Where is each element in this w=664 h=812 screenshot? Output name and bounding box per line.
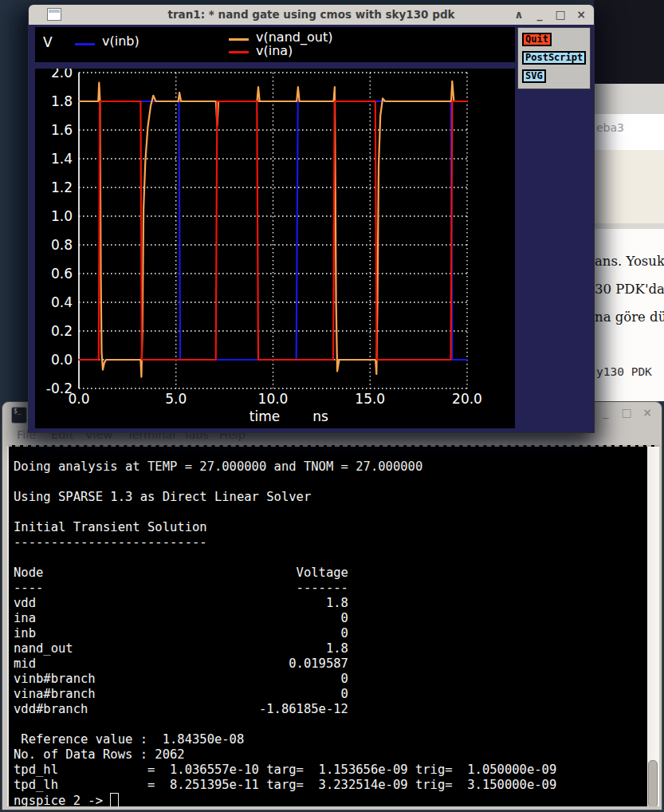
waveform-svg: 2.01.81.61.41.21.00.80.60.40.20.0-0.20.0… [35,69,515,428]
terminal-line: ina 0 [14,611,645,626]
svg-text:2.0: 2.0 [51,69,73,81]
close-icon[interactable]: × [575,8,587,21]
terminal-line: nand_out 1.8 [14,641,645,656]
svg-text:1.0: 1.0 [51,208,73,224]
terminal-line: Using SPARSE 1.3 as Direct Linear Solver [14,490,645,505]
svg-text:10.0: 10.0 [258,391,289,407]
legend-label-vina: v(ina) [256,43,293,58]
terminal-line: tpd_lh = 8.251395e-11 targ= 3.232514e-09… [14,778,645,793]
terminal-line: vdd#branch -1.86185e-12 [14,702,645,717]
browser-divider [594,223,664,229]
svg-text:5.0: 5.0 [165,391,187,407]
plot-button-panel: Quit PostScript SVG [517,27,591,89]
terminal-line: tpd_hl = 1.036557e-10 targ= 1.153656e-09… [14,763,645,778]
browser-text-line: na göre düze [595,309,664,325]
terminal-line: Reference value : 1.84350e-08 [14,732,645,747]
terminal-line: vina#branch 0 [14,687,645,702]
svg-text:1.6: 1.6 [51,122,73,138]
minimize-icon[interactable]: _ [599,406,612,419]
shade-icon[interactable]: ∧ [513,8,525,21]
legend-swatch-nandout [229,38,249,41]
svg-text:0.2: 0.2 [51,323,73,339]
y-axis-unit-label: V [43,34,53,50]
browser-tab-label: eba3 [596,121,624,134]
plot-titlebar[interactable]: tran1: * nand gate using cmos with sky13… [29,5,594,25]
plot-legend: V v(inb) v(nand_out) v(ina) [35,27,515,62]
maximize-icon[interactable]: □ [620,406,633,419]
browser-banner [594,150,664,223]
minimize-icon[interactable]: _ [533,8,546,21]
terminal-line: -------------------------- [14,535,645,550]
terminal-line: No. of Data Rows : 2062 [14,747,645,763]
svg-text:1.2: 1.2 [51,179,73,195]
terminal-line: vdd 1.8 [14,596,645,611]
terminal-window: $_ ∧ _ □ × File Edit View Terminal Tabs … [2,401,662,810]
browser-code-fragment: y130 PDK [596,365,652,378]
legend-swatch-vina [229,51,249,53]
svg-text:1.8: 1.8 [51,93,73,109]
terminal-line [14,505,645,520]
svg-text:0.8: 0.8 [51,237,73,253]
svg-text:time: time [249,408,280,424]
legend-label-vinb: v(inb) [102,34,139,49]
terminal-line: ---- ------- [14,581,645,596]
svg-text:0.4: 0.4 [51,294,73,310]
browser-toolbar [594,84,664,115]
terminal-line: Initial Transient Solution [14,520,645,535]
terminal-line: ngspice 2 -> [14,793,645,806]
ngspice-plot-window: tran1: * nand gate using cmos with sky13… [28,4,595,433]
quit-button[interactable]: Quit [522,33,552,46]
waveform-plot: 2.01.81.61.41.21.00.80.60.40.20.0-0.20.0… [35,69,515,428]
terminal-line: inb 0 [14,626,645,641]
terminal-line [14,717,645,732]
terminal-content[interactable]: Doing analysis at TEMP = 27.000000 and T… [7,445,659,806]
svg-text:0.0: 0.0 [51,352,73,368]
terminal-icon: $_ [11,407,27,424]
terminal-line: Node Voltage [14,566,645,581]
browser-window-fragment: eba3 ans. Yosuke 30 PDK'da s na göre düz… [594,0,664,401]
svg-text:ns: ns [312,408,328,424]
plot-window-title: tran1: * nand gate using cmos with sky13… [29,8,594,21]
plot-window-controls: ∧ _ □ × [513,8,587,21]
terminal-scrollbar[interactable] [647,447,659,806]
svg-text:0.6: 0.6 [51,266,73,282]
terminal-line [14,475,645,490]
svg-text:1.4: 1.4 [51,151,73,167]
legend-swatch-vinb [75,43,95,45]
terminal-output: Doing analysis at TEMP = 27.000000 and T… [14,459,645,806]
browser-text-line: 30 PDK'da s [595,282,664,297]
terminal-line: vinb#branch 0 [14,672,645,687]
maximize-icon[interactable]: □ [554,8,567,21]
scrollbar-thumb[interactable] [648,760,658,806]
close-icon[interactable]: × [641,406,654,419]
svg-text:20.0: 20.0 [452,391,482,407]
terminal-line: mid 0.019587 [14,656,645,672]
svg-text:15.0: 15.0 [355,391,385,407]
svg-text:0.0: 0.0 [68,391,89,407]
browser-dark-header [594,0,664,84]
postscript-button[interactable]: PostScript [522,51,586,65]
svg-button[interactable]: SVG [522,69,546,83]
browser-text-line: ans. Yosuke [595,254,664,269]
terminal-cursor[interactable] [110,793,119,806]
terminal-line: Doing analysis at TEMP = 27.000000 and T… [14,459,645,475]
terminal-line [14,550,645,566]
